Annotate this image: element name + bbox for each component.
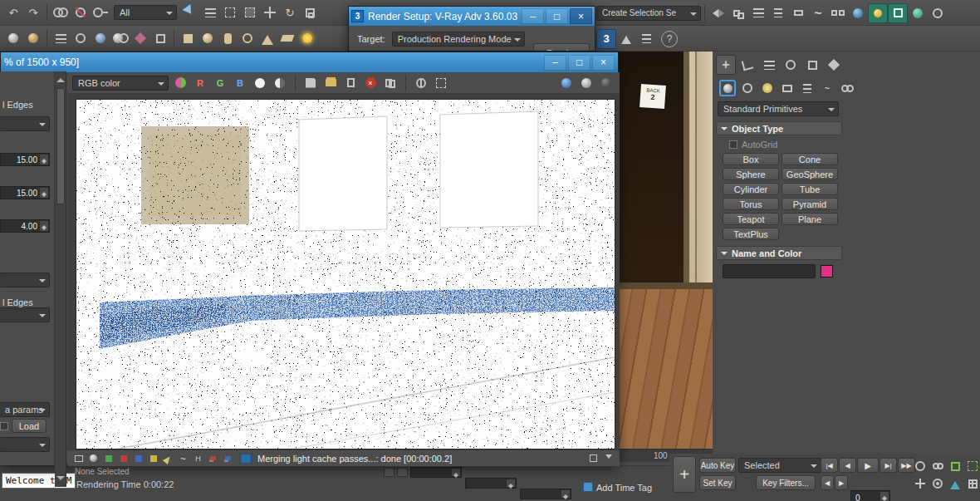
value-2-spinner[interactable] — [40, 188, 48, 198]
left-dropdown-4[interactable] — [0, 437, 50, 452]
render-setup-titlebar[interactable]: 3 Render Setup: V-Ray Adv 3.60.03 – □ × — [349, 7, 595, 26]
current-frame-spinner[interactable] — [880, 492, 889, 501]
clear-image-icon[interactable]: × — [362, 75, 379, 91]
select-object-icon[interactable] — [180, 2, 200, 22]
pencil-icon[interactable] — [162, 453, 174, 464]
left-dropdown-3[interactable] — [0, 307, 50, 322]
left-panel-scrollbar[interactable] — [55, 71, 66, 487]
monochrome-channel-icon[interactable] — [252, 75, 268, 91]
value-1-spinner[interactable] — [40, 155, 48, 165]
cameras-category-icon[interactable] — [779, 80, 796, 96]
geosphere-button[interactable]: GeoSphere — [782, 168, 838, 180]
load-image-icon[interactable] — [322, 75, 339, 91]
material-icon-5[interactable] — [91, 28, 110, 48]
spacewarps-category-icon[interactable]: ~ — [819, 80, 835, 96]
material-icon-7[interactable] — [130, 28, 150, 48]
material-icon-1[interactable] — [3, 28, 23, 48]
vfb-resize-icon[interactable] — [587, 453, 600, 464]
name-color-rollout[interactable]: Name and Color — [716, 246, 842, 260]
render-production-icon[interactable] — [908, 3, 928, 23]
zoom-region-icon[interactable] — [964, 458, 980, 474]
select-link-icon[interactable] — [51, 2, 71, 22]
textplus-button[interactable]: TextPlus — [723, 228, 779, 240]
object-color-swatch[interactable] — [821, 265, 833, 278]
window-crossing-icon[interactable] — [240, 2, 260, 22]
primitive-cylinder-icon[interactable] — [218, 28, 238, 48]
target-dropdown[interactable]: Production Rendering Mode — [392, 32, 525, 47]
next-frame-button[interactable]: ▶| — [880, 458, 897, 473]
schematic-view-icon[interactable] — [828, 3, 848, 23]
color-corrections-icon[interactable] — [172, 75, 189, 91]
yellow-swatch-icon[interactable] — [147, 453, 159, 464]
tube-button[interactable]: Tube — [782, 183, 838, 195]
box-button[interactable]: Box — [723, 153, 779, 165]
primitive-box-icon[interactable] — [178, 28, 198, 48]
coordinate-z-field[interactable] — [520, 489, 571, 499]
value-3-spinner[interactable] — [40, 221, 48, 231]
left-dropdown-2[interactable] — [0, 273, 50, 287]
scrollbar-thumb[interactable] — [56, 88, 65, 204]
render-setup-icon[interactable] — [868, 3, 888, 23]
vfb-collapse-icon[interactable] — [602, 453, 615, 464]
isolate-selection-icon[interactable] — [384, 468, 394, 477]
select-and-scale-icon[interactable] — [300, 2, 320, 22]
motion-tab-icon[interactable] — [781, 55, 801, 75]
curve-editor-icon[interactable]: ~ — [808, 3, 828, 23]
play-button[interactable]: ▶ — [857, 458, 879, 473]
left-dropdown-1[interactable] — [0, 116, 50, 131]
primitive-plane-icon[interactable] — [277, 28, 297, 48]
left-value-field-3[interactable]: 4.00 — [0, 219, 50, 233]
modify-tab-icon[interactable] — [737, 55, 757, 75]
undo-icon[interactable]: ↶ — [3, 2, 23, 22]
render-iterative-icon[interactable] — [928, 3, 948, 23]
pan-icon[interactable] — [912, 475, 929, 492]
coordinate-z-spinner[interactable] — [561, 490, 570, 498]
redo-icon[interactable]: ↷ — [23, 2, 43, 22]
vray-sphere-icon-2[interactable] — [598, 75, 615, 91]
params-dropdown[interactable]: a params — [0, 402, 50, 417]
bind-spacewarp-icon[interactable] — [91, 2, 110, 22]
red-flag-icon[interactable] — [207, 453, 219, 464]
key-next-button[interactable]: ▶ — [835, 475, 848, 490]
coordinate-x-field[interactable] — [410, 467, 462, 478]
select-by-name-icon[interactable] — [200, 2, 220, 22]
selection-lock-icon[interactable] — [397, 468, 408, 477]
autogrid-checkbox[interactable] — [729, 140, 737, 149]
primitive-cone-icon[interactable] — [257, 28, 277, 48]
geometry-category-icon[interactable] — [719, 80, 736, 96]
primitive-sphere-icon[interactable] — [198, 28, 218, 48]
field-of-view-icon[interactable] — [947, 475, 963, 492]
material-icon-6[interactable] — [110, 28, 130, 48]
create-selection-set-dropdown[interactable]: Create Selection Se — [596, 6, 701, 21]
rendered-image[interactable] — [76, 99, 615, 449]
curve-tool-icon[interactable]: ~ — [177, 453, 189, 464]
green-swatch-icon[interactable] — [102, 453, 115, 464]
history-icon[interactable]: H — [192, 453, 204, 464]
previous-frame-button[interactable]: ◀ — [839, 458, 856, 473]
time-tag-icon[interactable] — [583, 482, 593, 492]
blue-swatch-icon[interactable] — [132, 453, 145, 464]
material-icon-8[interactable] — [150, 28, 170, 48]
scene-explorer-icon[interactable] — [748, 3, 768, 23]
material-icon-2[interactable] — [23, 28, 43, 48]
vfb-stamp-icon[interactable] — [72, 453, 85, 464]
teapot-button[interactable]: Teapot — [723, 213, 779, 225]
systems-category-icon[interactable] — [839, 80, 855, 96]
rectangular-selection-icon[interactable] — [220, 2, 240, 22]
primitive-category-dropdown[interactable]: Standard Primitives — [718, 101, 839, 116]
selection-set-dropdown[interactable]: Selected — [738, 458, 821, 473]
go-to-start-button[interactable]: |◀ — [821, 458, 838, 473]
utilities-tab-icon[interactable] — [824, 55, 844, 75]
coordinate-y-spinner[interactable] — [507, 479, 515, 487]
save-image-icon[interactable] — [302, 75, 319, 91]
hierarchy-tab-icon[interactable] — [759, 55, 779, 75]
orbit-icon[interactable] — [929, 475, 946, 492]
create-tab-icon[interactable]: + — [716, 55, 736, 75]
select-and-move-icon[interactable] — [260, 2, 280, 22]
torus-button[interactable]: Torus — [723, 198, 779, 210]
maximize-button[interactable]: □ — [546, 8, 568, 24]
blue-flag-icon[interactable] — [222, 453, 234, 464]
shapes-category-icon[interactable] — [739, 80, 756, 96]
load-button[interactable]: Load — [12, 419, 47, 433]
rendered-frame-window-icon[interactable] — [888, 3, 908, 23]
